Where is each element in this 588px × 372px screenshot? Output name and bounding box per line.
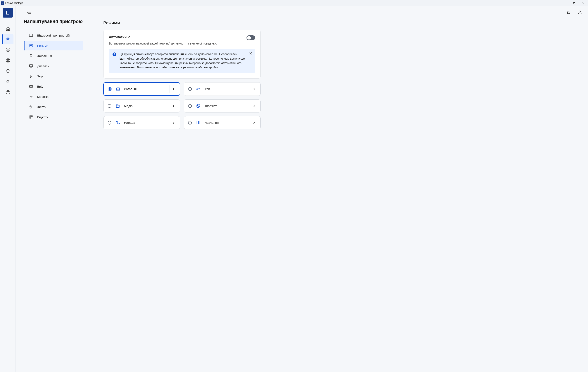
info-close-button[interactable] [249, 51, 253, 55]
svg-rect-11 [30, 64, 33, 67]
svg-point-8 [579, 11, 580, 12]
svg-point-21 [197, 105, 198, 106]
svg-point-6 [8, 60, 8, 61]
nav-help[interactable] [2, 87, 13, 97]
expand-button[interactable] [170, 119, 177, 127]
auto-toggle[interactable] [247, 35, 255, 40]
radio-icon [108, 87, 112, 91]
subnav-device-info[interactable]: Відомості про пристрій [24, 31, 83, 40]
mode-icon [28, 43, 34, 48]
info-text: Ця функція використовує алгоритм визначе… [119, 52, 252, 70]
subnav-sound[interactable]: Звук [24, 71, 83, 81]
auto-description: Встановлює режим на основі вашої поточно… [109, 42, 255, 45]
svg-rect-16 [32, 115, 32, 117]
subnav-item-label: Мережа [37, 95, 49, 98]
wifi-icon [28, 94, 34, 99]
maximize-button[interactable] [569, 0, 579, 6]
titlebar: L Lenovo Vantage [0, 0, 588, 6]
auto-mode-card: Автоматично Встановлює режим на основі в… [103, 30, 261, 79]
clapperboard-icon [116, 104, 120, 108]
subnav-item-label: Ввід [37, 85, 43, 88]
widgets-icon [28, 115, 34, 119]
subnav-item-label: Віджети [37, 115, 48, 119]
expand-button[interactable] [250, 85, 258, 93]
subnav-power[interactable]: Живлення [24, 51, 83, 61]
subnav-network[interactable]: Мережа [24, 92, 83, 102]
radio-icon [188, 87, 192, 91]
expand-button[interactable] [250, 119, 258, 127]
radio-icon [188, 104, 192, 108]
mode-label: Навчання [204, 121, 250, 124]
subnav-item-label: Живлення [37, 54, 52, 58]
window-title: Lenovo Vantage [5, 2, 23, 4]
svg-point-23 [199, 105, 199, 106]
nav-home[interactable] [2, 24, 13, 33]
mode-general[interactable]: Загальні [103, 82, 180, 96]
mode-label: Творчість [204, 104, 250, 108]
subnav-gestures[interactable]: Жести [24, 102, 83, 112]
expand-button[interactable] [250, 102, 258, 110]
auto-title: Автоматично [109, 35, 130, 39]
svg-point-2 [7, 39, 9, 40]
mode-gaming[interactable]: Ігри [184, 82, 261, 96]
music-note-icon [28, 74, 34, 78]
radio-icon [108, 121, 111, 124]
nav-device-settings[interactable] [2, 34, 13, 44]
svg-rect-19 [197, 88, 200, 90]
keyboard-icon [28, 84, 34, 88]
mode-label: Медіа [124, 104, 170, 108]
svg-point-12 [30, 77, 31, 78]
app-icon: L [1, 1, 4, 5]
menu-toggle-button[interactable] [26, 9, 33, 16]
subnav-widgets[interactable]: Віджети [24, 112, 83, 122]
nav-rail: L [0, 6, 16, 372]
nav-performance[interactable] [2, 77, 13, 87]
expand-button[interactable] [169, 85, 177, 93]
mode-meeting[interactable]: Нарада [103, 116, 180, 129]
subnav-item-label: Дисплей [37, 64, 49, 68]
app-logo[interactable]: L [3, 8, 13, 18]
nav-scan[interactable] [2, 56, 13, 65]
mode-learning[interactable]: Навчання [184, 116, 261, 129]
section-title: Режими [103, 21, 261, 25]
subnav-item-label: Відомості про пристрій [37, 34, 70, 37]
subnav-item-label: Режими [37, 44, 48, 47]
svg-rect-15 [30, 115, 31, 117]
palette-icon [196, 104, 201, 108]
notifications-button[interactable] [564, 8, 572, 16]
book-icon [196, 121, 201, 125]
expand-button[interactable] [170, 102, 177, 110]
svg-point-13 [31, 76, 32, 77]
mode-label: Нарада [124, 121, 170, 124]
info-icon: i [113, 52, 116, 56]
nav-security[interactable] [2, 66, 13, 76]
hand-icon [28, 105, 34, 109]
minimize-button[interactable] [560, 0, 569, 6]
subnav-item-label: Жести [37, 105, 46, 109]
close-button[interactable] [579, 0, 588, 6]
mode-label: Загальні [124, 87, 169, 91]
subnav: Налаштування пристрою Відомості про прис… [24, 18, 83, 372]
monitor-icon [28, 64, 34, 68]
plug-icon [28, 54, 34, 58]
account-button[interactable] [576, 8, 584, 16]
gamepad-icon [196, 87, 201, 91]
svg-rect-14 [30, 85, 33, 87]
svg-rect-1 [573, 2, 575, 4]
nav-downloads[interactable] [2, 45, 13, 55]
mode-grid: Загальні Ігри Медіа [103, 82, 261, 129]
subnav-input[interactable]: Ввід [24, 82, 83, 91]
laptop-icon [28, 33, 34, 37]
mode-label: Ігри [204, 87, 250, 91]
info-banner: i Ця функція використовує алгоритм визна… [109, 49, 255, 73]
subnav-item-label: Звук [37, 74, 43, 78]
main-content: Режими Автоматично Встановлює режим на о… [83, 18, 261, 372]
svg-rect-18 [117, 88, 120, 90]
mode-creativity[interactable]: Творчість [184, 99, 261, 113]
subnav-modes[interactable]: Режими [24, 41, 83, 51]
mode-media[interactable]: Медіа [103, 99, 180, 113]
topbar [16, 6, 588, 18]
subnav-display[interactable]: Дисплей [24, 61, 83, 71]
laptop-icon [116, 87, 120, 91]
radio-icon [108, 104, 111, 108]
